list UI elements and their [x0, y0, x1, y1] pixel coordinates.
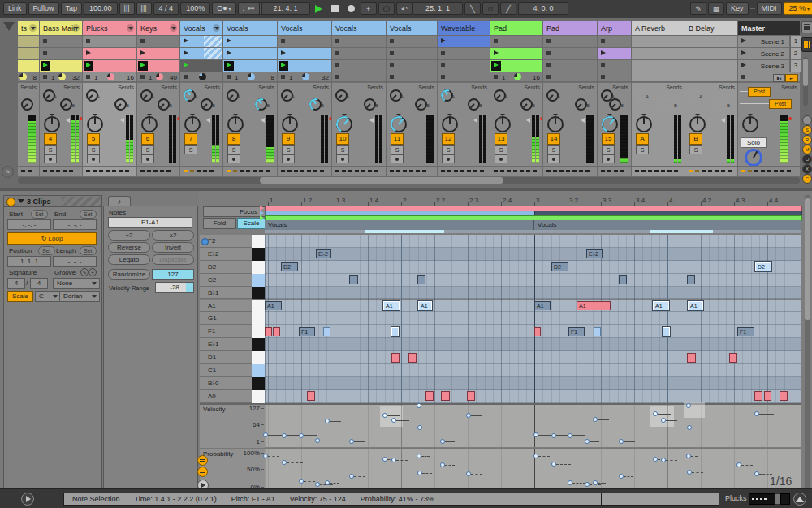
pan-knob[interactable]	[227, 116, 244, 132]
pan-knob[interactable]	[391, 116, 407, 132]
session-side-button-M[interactable]: M	[802, 145, 812, 154]
monitor-button[interactable]	[44, 154, 57, 163]
scene-slot-3[interactable]: Scene 3	[738, 60, 789, 72]
send-b-knob[interactable]	[468, 98, 480, 111]
session-side-button-X[interactable]: X	[802, 164, 812, 174]
clip-slot[interactable]	[598, 48, 631, 59]
loop-length-display[interactable]: 4. 0. 0	[518, 2, 568, 15]
follow-arrow-button[interactable]: ↦	[244, 2, 260, 15]
clip-slot[interactable]	[18, 48, 39, 59]
clip-slot[interactable]	[685, 48, 737, 59]
midi-note[interactable]	[467, 391, 475, 401]
preview-volume-knob[interactable]	[745, 149, 762, 166]
pan-knob[interactable]	[442, 116, 458, 132]
piano-key[interactable]	[252, 325, 265, 339]
midi-note[interactable]	[441, 391, 450, 401]
monitor-button[interactable]	[442, 154, 455, 163]
velocity-marker[interactable]	[417, 403, 421, 408]
track-activator[interactable]: 14	[547, 133, 560, 145]
track-fold-icon[interactable]	[29, 24, 37, 32]
clip-slot[interactable]	[685, 60, 737, 72]
probability-marker[interactable]	[282, 460, 287, 465]
track-crossfade-0[interactable]	[18, 167, 39, 176]
track-fold-icon[interactable]	[127, 24, 134, 32]
track-header-11[interactable]: Pad	[543, 21, 597, 35]
velocity-marker[interactable]	[533, 432, 538, 437]
velocity-marker[interactable]	[440, 439, 445, 444]
midi-note[interactable]	[307, 391, 315, 401]
piano-key[interactable]	[252, 248, 265, 262]
fold-button[interactable]: Fold	[203, 218, 236, 229]
track-header-15[interactable]: Master	[738, 21, 800, 35]
send-b-knob[interactable]	[309, 98, 322, 111]
track-crossfade-7[interactable]	[332, 167, 386, 176]
track-crossfade-15[interactable]	[738, 167, 800, 176]
pan-knob[interactable]	[141, 116, 158, 132]
probability-marker[interactable]	[417, 471, 422, 475]
end-value[interactable]: -. -. -	[53, 219, 97, 230]
clip-slot[interactable]	[180, 48, 222, 59]
track-stop-square[interactable]	[43, 75, 47, 79]
track-crossfade-3[interactable]	[137, 167, 179, 176]
scale-name-select[interactable]: Dorian	[59, 291, 100, 302]
session-side-button-S[interactable]: S	[802, 125, 812, 135]
clip-slot[interactable]	[137, 60, 179, 72]
track-stop-square[interactable]	[601, 75, 605, 79]
follow-button[interactable]: Follow	[28, 2, 59, 15]
probability-marker[interactable]	[619, 474, 624, 479]
monitor-button[interactable]	[227, 154, 240, 163]
track-header-10[interactable]: Pad	[490, 21, 542, 35]
lane-toggle-button-0[interactable]	[197, 455, 208, 466]
send-b-knob[interactable]	[415, 98, 427, 111]
monitor-button[interactable]	[282, 154, 295, 163]
track-crossfade-9[interactable]	[438, 167, 490, 176]
midi-note[interactable]	[663, 327, 670, 336]
midi-note[interactable]	[619, 275, 627, 284]
end-set-button[interactable]: Set	[80, 210, 97, 219]
monitor-button[interactable]	[495, 154, 508, 163]
post-toggle-b[interactable]: Post	[769, 99, 792, 109]
clip-strip-2[interactable]: Vocals	[534, 220, 801, 230]
send-b-knob[interactable]	[663, 98, 675, 111]
probability-marker[interactable]	[686, 454, 691, 458]
clip-slot[interactable]	[332, 60, 386, 72]
groove-commit-icon[interactable]: ∿	[80, 268, 89, 276]
track-activator[interactable]: 10	[336, 133, 349, 145]
track-header-0[interactable]: ts	[18, 21, 39, 35]
arrangement-record-button[interactable]: ▸▪	[785, 74, 798, 82]
velocity-range-value[interactable]: -28	[155, 282, 194, 293]
send-b-knob[interactable]	[201, 98, 213, 111]
track-stop-square[interactable]	[140, 75, 145, 79]
track-crossfade-13[interactable]	[632, 167, 685, 176]
velocity-marker[interactable]	[585, 439, 590, 444]
record-button[interactable]	[344, 3, 359, 14]
clip-fold-triangle[interactable]	[18, 199, 24, 203]
clip-slot[interactable]	[18, 60, 39, 72]
pan-knob[interactable]	[336, 116, 352, 132]
clip-slot[interactable]	[180, 60, 222, 72]
crossfader-section-icon[interactable]: ≈	[2, 166, 14, 178]
clip-slot[interactable]	[632, 36, 685, 47]
clip-slot[interactable]	[438, 48, 490, 59]
midi-note[interactable]: D2	[551, 262, 568, 271]
midi-note[interactable]: A1	[418, 301, 432, 310]
groove-select[interactable]: None	[53, 278, 100, 289]
root-note-select[interactable]: C	[35, 291, 61, 302]
session-side-button-O[interactable]: O	[802, 154, 812, 164]
track-crossfade-6[interactable]	[278, 167, 331, 176]
midi-map-button[interactable]: MIDI	[757, 2, 782, 15]
session-v-scrollbar-handle[interactable]	[803, 59, 808, 86]
pan-knob[interactable]	[87, 116, 103, 132]
send-b-knob[interactable]	[255, 98, 267, 111]
draw-mode-button[interactable]: ✎	[690, 2, 706, 15]
piano-key[interactable]	[252, 364, 265, 378]
tap-tempo-button[interactable]: Tap	[61, 2, 83, 15]
probability-marker[interactable]	[568, 480, 572, 485]
probability-marker[interactable]	[687, 470, 692, 475]
velocity-marker[interactable]	[315, 438, 320, 443]
velocity-marker[interactable]	[754, 411, 759, 416]
velocity-marker[interactable]	[282, 433, 287, 438]
velocity-lane[interactable]	[265, 403, 801, 447]
loop-start-display[interactable]: 25. 1. 1	[412, 2, 463, 15]
midi-note[interactable]	[408, 353, 417, 363]
